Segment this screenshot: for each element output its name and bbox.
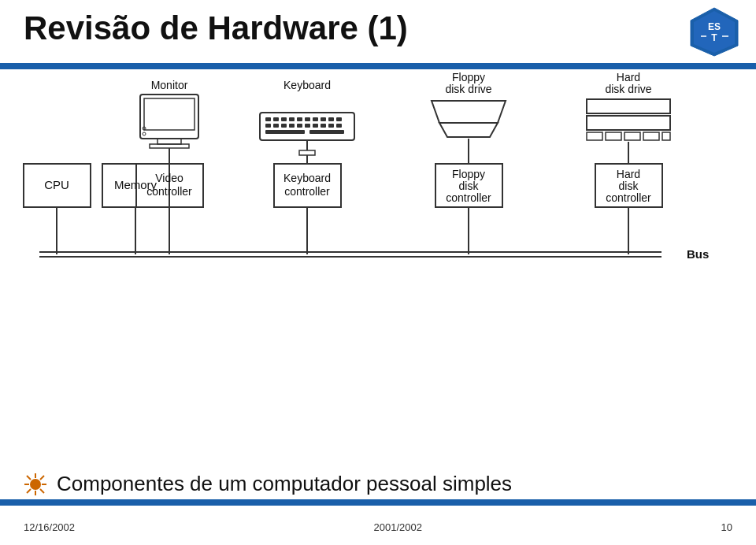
svg-rect-104 — [321, 124, 326, 128]
svg-rect-101 — [297, 124, 302, 128]
bullet-icon — [24, 473, 47, 496]
svg-rect-99 — [281, 124, 287, 128]
page-title: Revisão de Hardware (1) — [24, 9, 408, 47]
svg-rect-92 — [305, 117, 310, 121]
svg-line-160 — [27, 476, 31, 480]
svg-text:Keyboard: Keyboard — [284, 79, 331, 91]
bullet-section: Componentes de um computador pessoal sim… — [24, 472, 512, 496]
svg-point-155 — [30, 479, 41, 490]
svg-rect-102 — [305, 124, 310, 128]
svg-rect-77 — [0, 69, 756, 400]
top-bar — [0, 63, 756, 69]
svg-text:Floppy: Floppy — [452, 71, 485, 83]
svg-text:Hard: Hard — [617, 71, 640, 83]
svg-rect-90 — [289, 117, 295, 121]
svg-rect-91 — [297, 117, 302, 121]
svg-text:Keyboard: Keyboard — [284, 172, 331, 184]
footer: 12/16/2002 2001/2002 10 — [0, 521, 756, 533]
svg-rect-94 — [321, 117, 326, 121]
svg-rect-98 — [273, 124, 279, 128]
svg-rect-87 — [265, 117, 271, 121]
svg-text:disk drive: disk drive — [445, 83, 491, 95]
svg-rect-103 — [313, 124, 318, 128]
svg-text:Bus: Bus — [687, 247, 709, 261]
svg-text:Video: Video — [155, 172, 183, 184]
svg-rect-100 — [289, 124, 295, 128]
svg-text:controller: controller — [446, 191, 491, 204]
footer-date: 12/16/2002 — [24, 521, 75, 533]
svg-text:ES: ES — [708, 21, 721, 32]
footer-year: 2001/2002 — [374, 521, 422, 533]
diagram-main: Monitor Keyboard Floppy disk drive Hard … — [0, 69, 756, 400]
svg-rect-97 — [265, 124, 271, 128]
svg-rect-93 — [313, 117, 318, 121]
svg-rect-105 — [328, 124, 334, 128]
svg-line-162 — [40, 476, 44, 480]
svg-text:Hard: Hard — [617, 168, 640, 180]
svg-rect-108 — [309, 130, 344, 134]
svg-text:Floppy: Floppy — [452, 168, 485, 180]
svg-line-161 — [40, 489, 44, 493]
svg-rect-88 — [273, 117, 279, 121]
logo: ES T — [689, 6, 740, 57]
svg-rect-95 — [328, 117, 334, 121]
svg-text:controller: controller — [284, 185, 330, 198]
svg-rect-106 — [336, 124, 342, 128]
svg-text:disk: disk — [459, 180, 480, 192]
svg-rect-107 — [265, 130, 305, 134]
svg-text:T: T — [711, 32, 717, 43]
svg-text:disk drive: disk drive — [605, 83, 651, 95]
svg-rect-89 — [281, 117, 287, 121]
svg-text:CPU: CPU — [44, 178, 69, 191]
svg-line-163 — [27, 489, 31, 493]
svg-text:controller: controller — [146, 185, 192, 198]
bullet-text: Componentes de um computador pessoal sim… — [57, 472, 512, 496]
svg-text:disk: disk — [619, 180, 639, 192]
svg-rect-96 — [336, 117, 342, 121]
svg-text:Monitor: Monitor — [151, 79, 188, 91]
bottom-bar — [0, 499, 756, 506]
svg-text:controller: controller — [606, 191, 651, 204]
footer-page: 10 — [721, 521, 732, 533]
